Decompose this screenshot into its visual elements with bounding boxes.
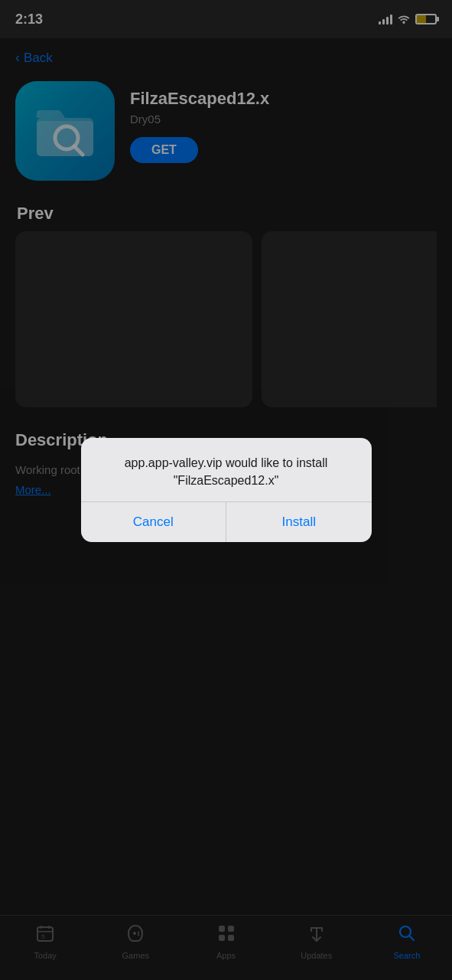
dialog-body: app.app-valley.vip would like to install… xyxy=(81,438,372,501)
cancel-button[interactable]: Cancel xyxy=(81,502,226,542)
install-dialog: app.app-valley.vip would like to install… xyxy=(81,438,372,542)
install-button[interactable]: Install xyxy=(226,502,372,542)
dialog-overlay: app.app-valley.vip would like to install… xyxy=(0,0,452,980)
dialog-message: app.app-valley.vip would like to install… xyxy=(96,455,356,489)
dialog-buttons: Cancel Install xyxy=(81,502,372,542)
